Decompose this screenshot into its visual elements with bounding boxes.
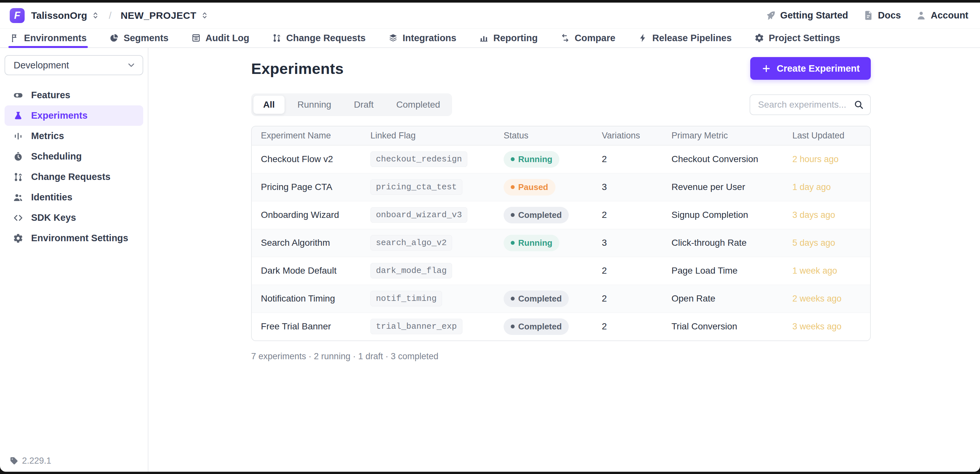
table-row[interactable]: Pricing Page CTApricing_cta_testPaused3R… xyxy=(252,173,870,201)
plus-icon xyxy=(761,64,771,73)
top-link-docs[interactable]: Docs xyxy=(863,10,901,21)
status-badge: Running xyxy=(504,151,559,168)
create-experiment-button[interactable]: Create Experiment xyxy=(750,57,871,80)
audit-icon xyxy=(191,33,201,43)
project-name: NEW_PROJECT xyxy=(121,10,196,21)
code-icon xyxy=(13,213,23,223)
linked-flag-pill: notif_timing xyxy=(371,291,442,306)
table-row[interactable]: Free Trial Bannertrial_banner_expComplet… xyxy=(252,313,870,340)
org-name: TalissonOrg xyxy=(31,10,87,21)
variations-cell: 2 xyxy=(602,257,671,285)
sidebar-item-scheduling[interactable]: Scheduling xyxy=(5,146,143,167)
linked-flag-cell: pricing_cta_test xyxy=(371,173,504,201)
sidebar-item-features[interactable]: Features xyxy=(5,85,143,105)
last-updated-cell: 1 week ago xyxy=(792,257,870,285)
last-updated-cell: 5 days ago xyxy=(792,229,870,257)
status-badge: Running xyxy=(504,235,559,251)
status-dot-icon xyxy=(511,213,515,217)
sidebar-item-experiments[interactable]: Experiments xyxy=(5,105,143,126)
top-bar: F TalissonOrg / NEW_PROJECT Getting Star… xyxy=(0,3,980,29)
linked-flag-cell: search_algo_v2 xyxy=(371,229,504,257)
sidebar-item-environment-settings[interactable]: Environment Settings xyxy=(5,228,143,248)
stopwatch-icon xyxy=(13,152,23,162)
sidebar-item-change-requests[interactable]: Change Requests xyxy=(5,167,143,187)
experiment-name-cell: Onboarding Wizard xyxy=(252,201,371,229)
filter-tab-completed[interactable]: Completed xyxy=(387,96,450,114)
table-row[interactable]: Onboarding Wizardonboard_wizard_v3Comple… xyxy=(252,201,870,229)
nav-tab-segments[interactable]: Segments xyxy=(109,29,169,47)
nav-tab-reporting[interactable]: Reporting xyxy=(479,29,538,47)
nav-tab-environments[interactable]: Environments xyxy=(10,29,86,47)
nav-tab-project-settings[interactable]: Project Settings xyxy=(754,29,840,47)
sidebar-item-identities[interactable]: Identities xyxy=(5,187,143,207)
toggle-icon xyxy=(13,90,23,101)
primary-metric-cell: Signup Completion xyxy=(671,201,792,229)
primary-metric-cell: Open Rate xyxy=(671,285,792,313)
filter-tab-draft[interactable]: Draft xyxy=(344,96,383,114)
status-dot-icon xyxy=(511,241,515,245)
status-badge: Completed xyxy=(504,207,569,223)
experiment-name-cell: Free Trial Banner xyxy=(252,313,371,340)
top-link-getting-started[interactable]: Getting Started xyxy=(765,10,848,21)
up-down-selector-icon xyxy=(91,11,100,20)
variations-cell: 3 xyxy=(602,173,671,201)
filter-tab-all[interactable]: All xyxy=(253,96,285,114)
experiment-name-cell: Checkout Flow v2 xyxy=(252,145,371,173)
linked-flag-pill: search_algo_v2 xyxy=(371,235,452,251)
filter-tab-running[interactable]: Running xyxy=(288,96,341,114)
status-cell: Completed xyxy=(504,313,602,340)
chevron-down-icon xyxy=(126,60,136,70)
environment-selector[interactable]: Development xyxy=(5,55,143,75)
main-area: Experiments Create Experiment AllRunning… xyxy=(148,48,980,472)
nav-tab-release-pipelines[interactable]: Release Pipelines xyxy=(638,29,732,47)
primary-metric-cell: Trial Conversion xyxy=(671,313,792,340)
experiment-name-cell: Notification Timing xyxy=(252,285,371,313)
sidebar-menu: FeaturesExperimentsMetricsSchedulingChan… xyxy=(5,85,143,248)
linked-flag-pill: trial_banner_exp xyxy=(371,319,463,334)
nav-tab-audit-log[interactable]: Audit Log xyxy=(191,29,249,47)
top-link-account[interactable]: Account xyxy=(916,10,968,21)
status-badge: Completed xyxy=(504,318,569,335)
experiment-name-cell: Search Algorithm xyxy=(252,229,371,257)
primary-metric-cell: Page Load Time xyxy=(671,257,792,285)
experiment-name-cell: Pricing Page CTA xyxy=(252,173,371,201)
compare-icon xyxy=(560,33,570,43)
status-cell: Running xyxy=(504,145,602,173)
status-badge: Completed xyxy=(504,290,569,307)
status-filter-tabs: AllRunningDraftCompleted xyxy=(251,93,452,116)
search-input[interactable] xyxy=(749,94,871,115)
top-links: Getting StartedDocsAccount xyxy=(765,10,968,21)
table-row[interactable]: Notification Timingnotif_timingCompleted… xyxy=(252,285,870,313)
linked-flag-cell: onboard_wizard_v3 xyxy=(371,201,504,229)
flask-icon xyxy=(13,110,23,121)
table-row[interactable]: Search Algorithmsearch_algo_v2Running3Cl… xyxy=(252,229,870,257)
nav-tab-compare[interactable]: Compare xyxy=(560,29,616,47)
linked-flag-pill: dark_mode_flag xyxy=(371,263,452,279)
column-header-linked-flag: Linked Flag xyxy=(371,126,504,145)
linked-flag-cell: notif_timing xyxy=(371,285,504,313)
linked-flag-cell: checkout_redesign xyxy=(371,145,504,173)
experiments-table: Experiment NameLinked FlagStatusVariatio… xyxy=(251,126,871,341)
table-row[interactable]: Dark Mode Defaultdark_mode_flag2Page Loa… xyxy=(252,257,870,285)
last-updated-cell: 3 weeks ago xyxy=(792,313,870,340)
document-icon xyxy=(863,10,874,21)
status-cell: Completed xyxy=(504,201,602,229)
project-nav-tabs: EnvironmentsSegmentsAudit LogChange Requ… xyxy=(0,29,980,48)
status-cell: Running xyxy=(504,229,602,257)
org-selector[interactable]: TalissonOrg xyxy=(31,10,100,21)
sidebar-item-sdk-keys[interactable]: SDK Keys xyxy=(5,207,143,228)
breadcrumb: F TalissonOrg / NEW_PROJECT xyxy=(10,8,209,23)
sidebar-item-metrics[interactable]: Metrics xyxy=(5,126,143,146)
bar-chart-icon xyxy=(479,33,489,43)
variations-cell: 3 xyxy=(602,229,671,257)
up-down-selector-icon xyxy=(200,11,209,20)
nav-tab-change-requests[interactable]: Change Requests xyxy=(272,29,366,47)
table-row[interactable]: Checkout Flow v2checkout_redesignRunning… xyxy=(252,145,870,173)
linked-flag-cell: dark_mode_flag xyxy=(371,257,504,285)
column-header-primary-metric: Primary Metric xyxy=(671,126,792,145)
linked-flag-cell: trial_banner_exp xyxy=(371,313,504,340)
pull-request-icon xyxy=(272,33,282,43)
nav-tab-integrations[interactable]: Integrations xyxy=(388,29,456,47)
project-selector[interactable]: NEW_PROJECT xyxy=(121,10,209,21)
column-header-variations: Variations xyxy=(602,126,671,145)
